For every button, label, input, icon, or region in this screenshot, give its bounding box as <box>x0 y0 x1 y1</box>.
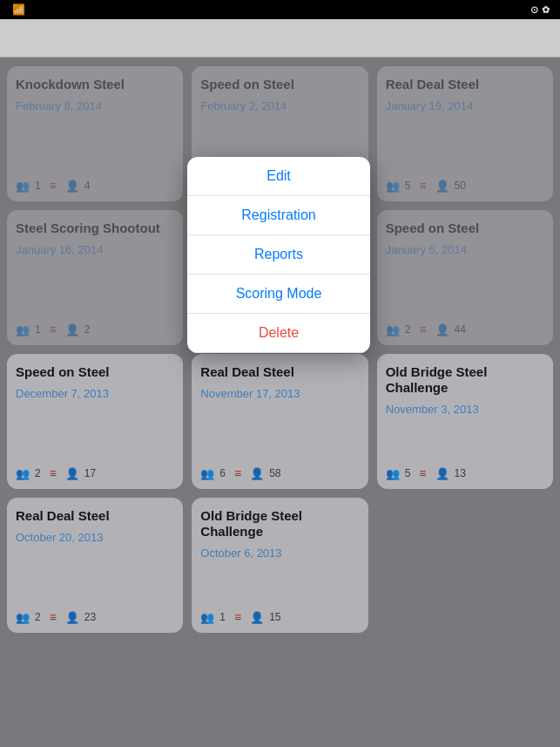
popover-item-reports[interactable]: Reports <box>187 235 370 275</box>
popover-item-registration[interactable]: Registration <box>187 196 370 235</box>
popover-item-edit[interactable]: Edit <box>187 157 370 196</box>
popover-overlay[interactable]: EditRegistrationReportsScoring ModeDelet… <box>0 0 560 747</box>
context-menu: EditRegistrationReportsScoring ModeDelet… <box>187 157 370 353</box>
popover-item-delete[interactable]: Delete <box>187 314 370 353</box>
popover-item-scoring-mode[interactable]: Scoring Mode <box>187 275 370 314</box>
